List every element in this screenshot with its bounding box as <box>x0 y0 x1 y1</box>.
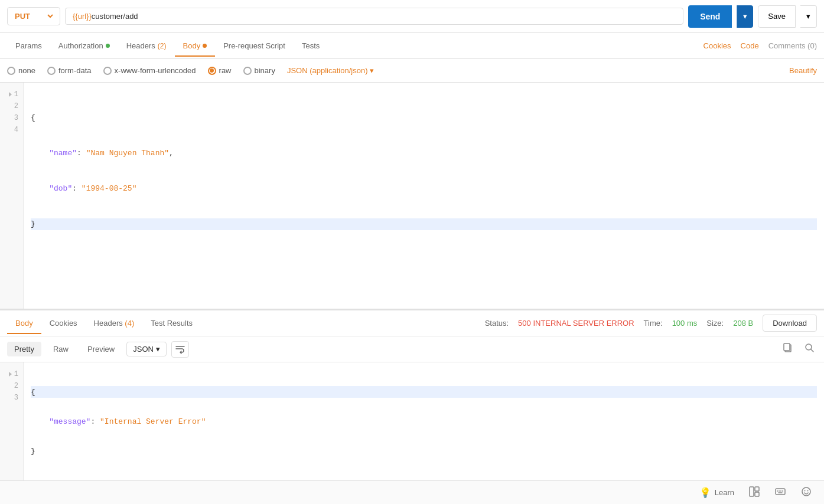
time-label: Time: <box>644 319 663 328</box>
send-button[interactable]: Send <box>688 5 732 28</box>
svg-rect-6 <box>755 492 759 496</box>
resp-line-3: } <box>31 445 817 457</box>
fmt-pretty[interactable]: Pretty <box>7 342 41 356</box>
url-input-wrapper[interactable]: {{url}} customer/add <box>65 8 683 25</box>
json-format-arrow: ▾ <box>156 345 160 354</box>
send-dropdown-button[interactable]: ▾ <box>737 5 753 28</box>
size-value: 208 B <box>733 319 753 328</box>
request-line-numbers: 1 2 3 4 <box>0 83 24 309</box>
svg-line-3 <box>811 349 813 352</box>
response-format-bar: Pretty Raw Preview JSON ▾ <box>0 336 824 362</box>
comments-link[interactable]: Comments (0) <box>768 41 817 50</box>
json-format-label: JSON <box>133 345 154 354</box>
response-json-dropdown[interactable]: JSON ▾ <box>126 342 167 356</box>
req-line-3: "dob": "1994-08-25" <box>31 183 817 195</box>
response-icons <box>780 340 817 358</box>
cookies-link[interactable]: Cookies <box>704 41 731 50</box>
req-line-2: "name": "Nam Nguyen Thanh", <box>31 148 817 159</box>
authorization-dot <box>106 44 110 48</box>
top-bar: PUT GET POST DELETE PATCH {{url}} custom… <box>0 0 824 33</box>
size-label: Size: <box>706 319 724 328</box>
option-raw[interactable]: raw <box>208 66 232 75</box>
resp-tab-test-results[interactable]: Test Results <box>142 313 201 333</box>
resp-tab-body[interactable]: Body <box>7 313 41 333</box>
layout-icon <box>748 486 760 500</box>
status-label: Status: <box>485 319 509 328</box>
svg-point-14 <box>805 490 806 491</box>
raw-radio[interactable] <box>208 67 216 75</box>
resp-tab-cookies[interactable]: Cookies <box>41 313 86 333</box>
svg-rect-5 <box>755 487 759 491</box>
request-code-editor[interactable]: 1 2 3 4 { "name": "Nam Nguyen Thanh", "d… <box>0 83 824 309</box>
response-tabs-row: Body Cookies Headers (4) Test Results St… <box>0 310 824 336</box>
response-code-area[interactable]: 1 2 3 { "message": "Internal Server Erro… <box>0 362 824 480</box>
request-code-content[interactable]: { "name": "Nam Nguyen Thanh", "dob": "19… <box>24 83 824 309</box>
tab-body[interactable]: Body <box>175 35 216 56</box>
svg-point-15 <box>807 490 809 491</box>
learn-item[interactable]: 💡 Learn <box>699 487 734 498</box>
urlencoded-radio[interactable] <box>103 67 112 75</box>
emoji-item[interactable] <box>800 486 812 500</box>
svg-point-13 <box>802 487 810 496</box>
layout-item[interactable] <box>748 486 760 500</box>
body-options-row: none form-data x-www-form-urlencoded raw… <box>0 59 824 83</box>
svg-rect-4 <box>750 487 754 496</box>
emoji-icon <box>800 486 812 500</box>
wrap-button[interactable] <box>171 341 189 358</box>
json-dropdown-arrow: ▾ <box>370 66 374 75</box>
request-editor-area: 1 2 3 4 { "name": "Nam Nguyen Thanh", "d… <box>0 83 824 309</box>
tab-authorization[interactable]: Authorization <box>50 35 118 56</box>
headers-badge: (2) <box>158 42 167 50</box>
response-code-content: 1 2 3 { "message": "Internal Server Erro… <box>0 362 824 480</box>
keyboard-item[interactable] <box>774 486 786 500</box>
form-data-radio[interactable] <box>47 67 56 75</box>
option-urlencoded[interactable]: x-www-form-urlencoded <box>103 66 196 75</box>
binary-radio[interactable] <box>243 67 252 75</box>
learn-label: Learn <box>715 488 734 497</box>
beautify-button[interactable]: Beautify <box>789 66 817 75</box>
url-prefix: {{url}} <box>73 12 92 21</box>
body-dot <box>203 44 207 48</box>
none-radio[interactable] <box>7 67 15 75</box>
option-none[interactable]: none <box>7 66 35 75</box>
method-selector[interactable]: PUT GET POST DELETE PATCH <box>7 7 60 25</box>
fmt-preview[interactable]: Preview <box>80 342 122 356</box>
req-line-4: } <box>31 218 817 230</box>
tab-headers[interactable]: Headers (2) <box>118 35 175 56</box>
request-tabs-row: Params Authorization Headers (2) Body Pr… <box>0 33 824 59</box>
time-value: 100 ms <box>672 319 698 328</box>
svg-rect-7 <box>776 489 785 495</box>
option-form-data[interactable]: form-data <box>47 66 92 75</box>
code-link[interactable]: Code <box>741 41 759 50</box>
tabs-right: Cookies Code Comments (0) <box>704 41 817 50</box>
tab-tests[interactable]: Tests <box>294 35 328 56</box>
download-button[interactable]: Download <box>763 315 817 332</box>
method-dropdown[interactable]: PUT GET POST DELETE PATCH <box>12 11 55 21</box>
response-line-numbers: 1 2 3 <box>0 362 24 480</box>
url-suffix: customer/add <box>92 12 138 21</box>
tab-prerequest[interactable]: Pre-request Script <box>215 35 294 56</box>
resp-line-2: "message": "Internal Server Error" <box>31 415 817 427</box>
tab-params[interactable]: Params <box>7 35 50 56</box>
status-value: 500 INTERNAL SERVER ERROR <box>518 319 634 328</box>
fmt-raw[interactable]: Raw <box>46 342 76 356</box>
json-type-label: JSON (application/json) <box>287 66 368 75</box>
resp-line-1: { <box>31 386 817 398</box>
option-binary[interactable]: binary <box>243 66 275 75</box>
resp-fold-arrow-1[interactable] <box>9 372 12 377</box>
copy-icon[interactable] <box>780 340 796 358</box>
keyboard-icon <box>774 486 786 500</box>
json-type-selector[interactable]: JSON (application/json) ▾ <box>287 66 374 75</box>
bottom-bar: 💡 Learn <box>0 480 824 504</box>
status-bar: Status: 500 INTERNAL SERVER ERROR Time: … <box>485 315 817 332</box>
headers-resp-badge: (4) <box>125 319 134 328</box>
save-dropdown-button[interactable]: ▾ <box>800 5 817 28</box>
fold-arrow-1[interactable] <box>9 92 12 97</box>
req-line-1: { <box>31 112 817 124</box>
save-button[interactable]: Save <box>758 5 796 28</box>
response-code-text: { "message": "Internal Server Error" } <box>24 362 824 480</box>
svg-rect-1 <box>784 343 790 351</box>
lightbulb-icon: 💡 <box>699 487 711 498</box>
search-icon[interactable] <box>802 340 817 358</box>
resp-tab-headers[interactable]: Headers (4) <box>86 313 143 333</box>
